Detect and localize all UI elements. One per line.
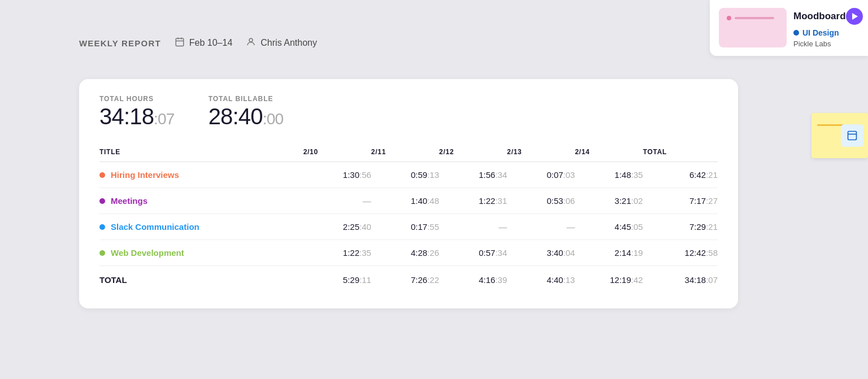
time-cell: 4:45:05 [575, 214, 643, 240]
total-billable-sec: :00 [263, 110, 284, 128]
total-hours-label: TOTAL HOURS [99, 95, 175, 103]
user-icon [246, 37, 256, 49]
date-range-text: Feb 10–14 [189, 38, 233, 48]
time-cell: 7:29:21 [643, 214, 718, 240]
time-cell: 0:53:06 [507, 188, 575, 214]
time-cell: 2:25:40 [303, 214, 371, 240]
time-cell: 1:30:56 [303, 162, 371, 188]
table-row: Meetings—1:40:481:22:310:53:063:21:027:1… [99, 188, 718, 214]
time-cell: 6:42:21 [643, 162, 718, 188]
table-row: Web Development1:22:354:28:260:57:343:40… [99, 240, 718, 266]
calendar-icon [175, 37, 185, 49]
col-header-212: 2/12 [439, 143, 507, 162]
totals-row: TOTAL HOURS 34:18:07 TOTAL BILLABLE 28:4… [99, 95, 718, 128]
time-cell: 1:48:35 [575, 162, 643, 188]
time-cell: 1:56:34 [439, 162, 507, 188]
time-cell: 0:17:55 [371, 214, 439, 240]
total-hours-sec: :07 [154, 110, 175, 128]
time-cell: 1:22:35 [303, 240, 371, 266]
sticky-note-yellow [811, 113, 868, 158]
moodboard-tag-dot [793, 30, 799, 36]
time-cell: 0:57:34 [439, 240, 507, 266]
moodboard-subtitle: Pickle Labs [793, 40, 863, 48]
total-row-cell: 12:19:42 [575, 266, 643, 293]
col-header-213: 2/13 [507, 143, 575, 162]
total-row-cell: 34:18:07 [643, 266, 718, 293]
header-date: Feb 10–14 [175, 37, 233, 49]
total-billable-value: 28:40:00 [209, 105, 284, 128]
time-cell: 3:40:04 [507, 240, 575, 266]
time-cell: 4:28:26 [371, 240, 439, 266]
task-title-cell[interactable]: Hiring Interviews [99, 162, 303, 188]
moodboard-pink-dot [727, 16, 731, 20]
time-cell: 0:59:13 [371, 162, 439, 188]
user-name-text: Chris Anthony [261, 38, 317, 48]
time-cell: 2:14:19 [575, 240, 643, 266]
total-billable-label: TOTAL BILLABLE [209, 95, 284, 103]
header-user: Chris Anthony [246, 37, 317, 49]
moodboard-preview-line [735, 17, 774, 19]
sticky-note-icon [841, 124, 863, 147]
play-button[interactable] [846, 8, 863, 25]
sticky-notes-area [811, 113, 868, 158]
svg-rect-1 [176, 38, 184, 46]
page-container: Moodboard UI Design Pickle Labs WEEKLY R… [0, 0, 868, 379]
time-cell: — [303, 188, 371, 214]
col-header-title: TITLE [99, 143, 303, 162]
moodboard-card: Moodboard UI Design Pickle Labs [710, 0, 868, 56]
svg-point-2 [249, 38, 253, 42]
task-title-cell[interactable]: Slack Communication [99, 214, 303, 240]
svg-rect-0 [848, 132, 857, 140]
moodboard-title: Moodboard [793, 8, 863, 25]
table-row: Slack Communication2:25:400:17:55——4:45:… [99, 214, 718, 240]
report-table: TITLE 2/10 2/11 2/12 2/13 2/14 TOTAL Hir… [99, 143, 718, 293]
col-header-total: TOTAL [643, 143, 718, 162]
time-cell: 3:21:02 [575, 188, 643, 214]
table-row: Hiring Interviews1:30:560:59:131:56:340:… [99, 162, 718, 188]
col-header-211: 2/11 [371, 143, 439, 162]
total-hours-block: TOTAL HOURS 34:18:07 [99, 95, 175, 128]
task-title-cell[interactable]: Meetings [99, 188, 303, 214]
table-total-row: TOTAL5:29:117:26:224:16:394:40:1312:19:4… [99, 266, 718, 293]
total-row-label: TOTAL [99, 266, 303, 293]
total-hours-value: 34:18:07 [99, 105, 175, 128]
moodboard-tag-label: UI Design [802, 28, 839, 37]
report-label: WEEKLY REPORT [79, 38, 161, 48]
col-header-210: 2/10 [303, 143, 371, 162]
time-cell: 7:17:27 [643, 188, 718, 214]
time-cell: 0:07:03 [507, 162, 575, 188]
total-row-cell: 4:40:13 [507, 266, 575, 293]
col-header-214: 2/14 [575, 143, 643, 162]
time-cell: — [507, 214, 575, 240]
total-row-cell: 7:26:22 [371, 266, 439, 293]
moodboard-tag: UI Design [793, 28, 863, 37]
total-billable-block: TOTAL BILLABLE 28:40:00 [209, 95, 284, 128]
time-cell: 1:40:48 [371, 188, 439, 214]
task-title-cell[interactable]: Web Development [99, 240, 303, 266]
report-header: WEEKLY REPORT Feb 10–14 Chris Anthony [79, 37, 317, 49]
total-hours-main: 34:18 [99, 104, 154, 129]
table-header-row: TITLE 2/10 2/11 2/12 2/13 2/14 TOTAL [99, 143, 718, 162]
total-billable-main: 28:40 [209, 104, 263, 129]
time-cell: — [439, 214, 507, 240]
moodboard-preview-image [719, 8, 787, 47]
time-cell: 1:22:31 [439, 188, 507, 214]
moodboard-info: Moodboard UI Design Pickle Labs [793, 8, 863, 48]
time-cell: 12:42:58 [643, 240, 718, 266]
report-card: TOTAL HOURS 34:18:07 TOTAL BILLABLE 28:4… [79, 79, 738, 308]
total-row-cell: 4:16:39 [439, 266, 507, 293]
total-row-cell: 5:29:11 [303, 266, 371, 293]
